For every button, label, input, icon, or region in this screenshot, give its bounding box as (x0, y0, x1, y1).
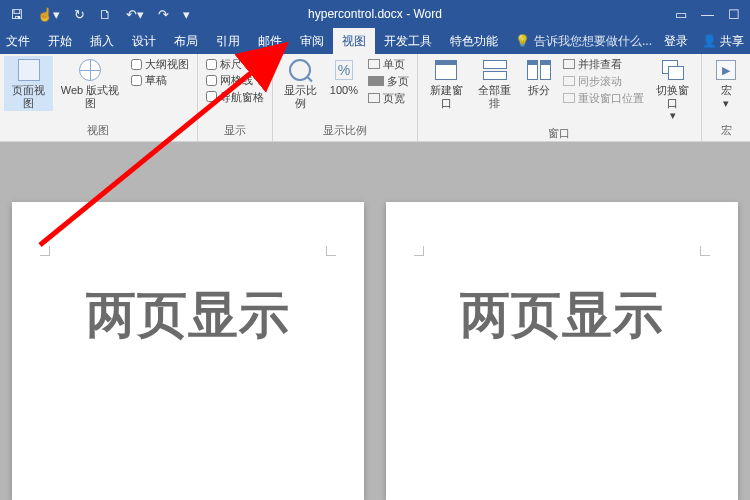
maximize-icon[interactable]: ☐ (728, 7, 740, 22)
tab-design[interactable]: 设计 (123, 28, 165, 54)
group-zoom-label: 显示比例 (277, 121, 413, 141)
reset-pos-button[interactable]: 重设窗口位置 (563, 91, 644, 106)
title-bar: 🖫 ☝▾ ↻ 🗋 ↶▾ ↷ ▾ hypercontrol.docx - Word… (0, 0, 750, 28)
touch-mode-icon[interactable]: ☝▾ (37, 7, 60, 22)
margin-corner-icon (326, 246, 336, 256)
tab-devtools[interactable]: 开发工具 (375, 28, 441, 54)
tab-mailings[interactable]: 邮件 (249, 28, 291, 54)
tab-insert[interactable]: 插入 (81, 28, 123, 54)
outline-label: 大纲视图 (145, 57, 189, 71)
qat-customize-icon[interactable]: ▾ (183, 7, 190, 22)
margin-corner-icon (414, 246, 424, 256)
macros-button[interactable]: ▶ 宏▾ (706, 56, 746, 111)
switch-window-icon (659, 58, 687, 82)
undo-icon[interactable]: ↶▾ (126, 7, 144, 22)
zoom-100-icon: % (330, 58, 358, 82)
margin-corner-icon (40, 246, 50, 256)
switch-window-button[interactable]: 切换窗口▾ (648, 56, 697, 124)
tab-references[interactable]: 引用 (207, 28, 249, 54)
page-2[interactable]: 两页显示 (386, 202, 738, 500)
reset-pos-label: 重设窗口位置 (578, 91, 644, 106)
quick-access-toolbar: 🖫 ☝▾ ↻ 🗋 ↶▾ ↷ ▾ (0, 0, 200, 28)
group-macros-label: 宏 (706, 121, 746, 141)
arrange-all-icon (481, 58, 509, 82)
login-button[interactable]: 登录 (656, 28, 696, 54)
group-show: 标尺 网格线 导航窗格 显示 (198, 54, 273, 141)
ribbon-options-icon[interactable]: ▭ (675, 7, 687, 22)
zoom-100-label: 100% (330, 84, 358, 97)
group-views: 页面视图 Web 版式视图 大纲视图 草稿 视图 (0, 54, 198, 141)
minimize-icon[interactable]: ― (701, 7, 714, 22)
web-layout-icon (76, 58, 104, 82)
share-label: 共享 (720, 33, 744, 50)
zoom-label: 显示比例 (281, 84, 320, 109)
page-1-text: 两页显示 (12, 282, 364, 349)
print-preview-icon[interactable]: 🗋 (99, 7, 112, 22)
nav-pane-checkbox[interactable]: 导航窗格 (206, 90, 264, 104)
split-icon (525, 58, 553, 82)
side-by-side-label: 并排查看 (578, 57, 622, 72)
document-title: hypercontrol.docx - Word (308, 7, 442, 21)
ribbon: 页面视图 Web 版式视图 大纲视图 草稿 视图 标尺 网格线 导航窗格 显示 (0, 54, 750, 142)
side-by-side-button[interactable]: 并排查看 (563, 57, 644, 72)
tab-view[interactable]: 视图 (333, 28, 375, 54)
tab-special[interactable]: 特色功能 (441, 28, 507, 54)
group-zoom: 显示比例 % 100% 单页 多页 页宽 显示比例 (273, 54, 418, 141)
switch-window-label: 切换窗口▾ (652, 84, 693, 122)
new-window-label: 新建窗口 (426, 84, 467, 109)
multi-page-button[interactable]: 多页 (368, 74, 409, 89)
draft-view-checkbox[interactable]: 草稿 (131, 73, 189, 87)
one-page-button[interactable]: 单页 (368, 57, 409, 72)
macros-label: 宏▾ (721, 84, 732, 109)
split-button[interactable]: 拆分 (519, 56, 559, 99)
share-icon: 👤 (702, 34, 717, 48)
save-icon[interactable]: 🖫 (10, 7, 23, 22)
repeat-icon[interactable]: ↻ (74, 7, 85, 22)
multi-page-label: 多页 (387, 74, 409, 89)
zoom-100-button[interactable]: % 100% (324, 56, 364, 99)
page-2-text: 两页显示 (386, 282, 738, 349)
page-width-button[interactable]: 页宽 (368, 91, 409, 106)
tab-layout[interactable]: 布局 (165, 28, 207, 54)
pages-container: 两页显示 两页显示 (0, 202, 750, 500)
group-window-label: 窗口 (422, 124, 697, 144)
margin-corner-icon (700, 246, 710, 256)
new-window-button[interactable]: 新建窗口 (422, 56, 471, 111)
page-width-label: 页宽 (383, 91, 405, 106)
sync-scroll-button[interactable]: 同步滚动 (563, 74, 644, 89)
ruler-label: 标尺 (220, 57, 242, 71)
reset-pos-icon (563, 93, 575, 103)
page-1[interactable]: 两页显示 (12, 202, 364, 500)
web-layout-button[interactable]: Web 版式视图 (53, 56, 126, 111)
one-page-label: 单页 (383, 57, 405, 72)
redo-icon[interactable]: ↷ (158, 7, 169, 22)
outline-view-checkbox[interactable]: 大纲视图 (131, 57, 189, 71)
print-layout-button[interactable]: 页面视图 (4, 56, 53, 111)
macros-icon: ▶ (712, 58, 740, 82)
page-width-icon (368, 93, 380, 103)
tab-home[interactable]: 开始 (39, 28, 81, 54)
tab-file[interactable]: 文件 (0, 28, 39, 54)
group-macros: ▶ 宏▾ 宏 (702, 54, 750, 141)
sync-scroll-icon (563, 76, 575, 86)
multi-page-icon (368, 76, 384, 86)
one-page-icon (368, 59, 380, 69)
print-layout-icon (15, 58, 43, 82)
arrange-all-label: 全部重排 (475, 84, 516, 109)
tell-me-search[interactable]: 💡 告诉我您想要做什么... (515, 28, 652, 54)
arrange-all-button[interactable]: 全部重排 (471, 56, 520, 111)
gridlines-checkbox[interactable]: 网格线 (206, 73, 264, 87)
gridlines-label: 网格线 (220, 73, 253, 87)
zoom-icon (286, 58, 314, 82)
share-button[interactable]: 👤 共享 (696, 28, 750, 54)
tell-me-placeholder: 告诉我您想要做什么... (534, 33, 652, 50)
new-window-icon (432, 58, 460, 82)
group-show-label: 显示 (202, 121, 268, 141)
side-by-side-icon (563, 59, 575, 69)
ruler-checkbox[interactable]: 标尺 (206, 57, 264, 71)
window-controls: ▭ ― ☐ (665, 0, 750, 28)
tab-review[interactable]: 审阅 (291, 28, 333, 54)
lightbulb-icon: 💡 (515, 34, 530, 48)
zoom-button[interactable]: 显示比例 (277, 56, 324, 111)
web-layout-label: Web 版式视图 (57, 84, 122, 109)
